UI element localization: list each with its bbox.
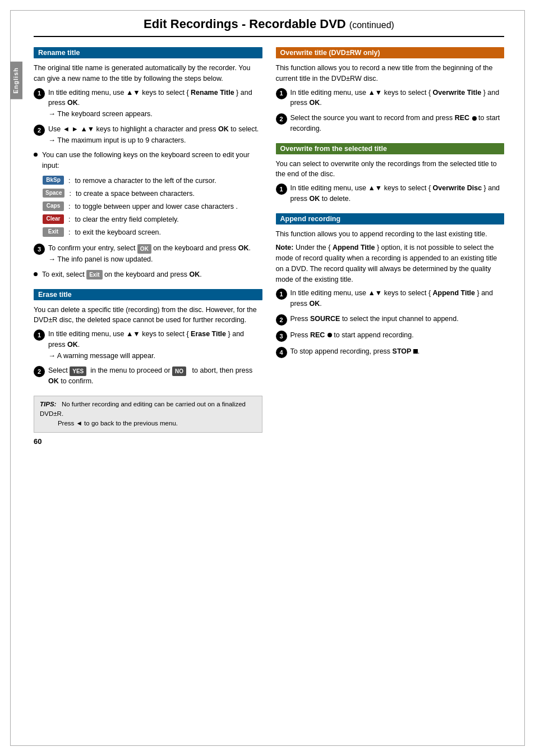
exit-inline-badge: Exit (86, 270, 102, 280)
page-title: Edit Recordings - Recordable DVD (contin… (34, 17, 504, 37)
rename-title-section: Rename title The original title name is … (34, 47, 262, 280)
erase-step-2-content: Select YES in the menu to proceed or NO … (48, 365, 262, 387)
exit-badge: Exit (43, 227, 64, 237)
step-num-1: 1 (34, 88, 45, 99)
overwrite-step-2-content: Select the source you want to record fro… (290, 113, 505, 134)
tips-label: TIPS: (40, 401, 56, 407)
overwrite-step-num-1: 1 (276, 88, 287, 99)
rename-title-header: Rename title (34, 47, 262, 58)
append-step-1-content: In title editing menu, use ▲▼ keys to se… (290, 288, 505, 309)
append-step-num-2: 2 (276, 314, 287, 326)
overwrite-sel-step-1: 1 In title editing menu, use ▲▼ keys to … (276, 183, 505, 204)
overwrite-step-1-content: In title editing menu, use ▲▼ keys to se… (290, 88, 505, 109)
title-suffix: (continued) (349, 20, 394, 30)
space-badge: Space (43, 189, 64, 198)
append-step-4: 4 To stop append recording, press STOP . (276, 346, 505, 358)
append-step-2-content: Press SOURCE to select the input channel… (290, 314, 505, 324)
erase-step-num-1: 1 (34, 329, 45, 341)
page-number: 60 (34, 437, 262, 446)
title-text: Edit Recordings - Recordable DVD (144, 17, 346, 31)
caps-badge: Caps (43, 201, 64, 211)
erase-title-header: Erase title (34, 289, 262, 300)
erase-step-1: 1 In title editing menu, use ▲▼ keys to … (34, 329, 262, 361)
clear-badge: Clear (43, 214, 64, 224)
bksp-desc: to remove a character to the left of the… (75, 176, 216, 186)
caps-desc: to toggle between upper and lower case c… (75, 201, 237, 212)
overwrite-step-num-2: 2 (276, 113, 287, 125)
key-table: BkSp : to remove a character to the left… (43, 176, 262, 238)
yes-badge: YES (70, 366, 86, 376)
english-tab: English (10, 62, 22, 99)
key-bksp: BkSp : to remove a character to the left… (43, 176, 262, 186)
overwrite-selected-header: Overwrite from the selected title (276, 143, 505, 154)
keys-bullet: You can use the following keys on the ke… (34, 150, 262, 171)
append-note: Note: Under the { Append Title } option,… (276, 242, 505, 285)
no-badge: NO (172, 366, 186, 376)
overwrite-selected-intro: You can select to overwrite only the rec… (276, 159, 505, 180)
append-recording-header: Append recording (276, 213, 505, 224)
erase-step-1-content: In title editing menu, use ▲▼ keys to se… (48, 329, 262, 361)
tips-box: TIPS: No further recording and editing c… (34, 396, 262, 433)
rec-bullet-1 (472, 116, 477, 121)
rename-step-1: 1 In title editing menu, use ▲▼ keys to … (34, 88, 262, 120)
keys-bullet-text: You can use the following keys on the ke… (42, 150, 262, 171)
rename-title-intro: The original title name is generated aut… (34, 63, 262, 84)
overwrite-selected-section: Overwrite from the selected title You ca… (276, 143, 505, 204)
space-desc: to create a space between characters. (76, 189, 195, 199)
key-caps: Caps : to toggle between upper and lower… (43, 201, 262, 212)
append-step-num-4: 4 (276, 347, 287, 358)
overwrite-title-intro: This function allows you to record a new… (276, 63, 505, 84)
right-column: Overwrite title (DVD±RW only) This funct… (276, 47, 505, 446)
rec-bullet-2 (328, 333, 332, 337)
append-recording-intro: This function allows you to append recor… (276, 229, 505, 240)
append-step-2: 2 Press SOURCE to select the input chann… (276, 314, 505, 326)
key-clear: Clear : to clear the entry field complet… (43, 214, 262, 224)
stop-square (413, 349, 418, 354)
erase-title-section: Erase title You can delete a specific ti… (34, 289, 262, 387)
step-1-content: In title editing menu, use ▲▼ keys to se… (48, 88, 262, 120)
append-step-num-1: 1 (276, 288, 287, 300)
overwrite-step-2: 2 Select the source you want to record f… (276, 113, 505, 134)
overwrite-sel-step-num-1: 1 (276, 184, 287, 195)
bksp-badge: BkSp (43, 176, 64, 185)
rename-step-3: 3 To confirm your entry, select OK on th… (34, 243, 262, 265)
overwrite-title-header: Overwrite title (DVD±RW only) (276, 47, 505, 58)
erase-title-intro: You can delete a specific title (recordi… (34, 305, 262, 326)
step-2-content: Use ◄ ► ▲▼ keys to highlight a character… (48, 124, 262, 146)
step-num-3: 3 (34, 244, 45, 255)
overwrite-step-1: 1 In title editing menu, use ▲▼ keys to … (276, 88, 505, 109)
rename-step-2: 2 Use ◄ ► ▲▼ keys to highlight a charact… (34, 124, 262, 146)
step-3-content: To confirm your entry, select OK on the … (48, 243, 262, 265)
bullet-dot (34, 153, 38, 157)
overwrite-sel-step-1-content: In title editing menu, use ▲▼ keys to se… (290, 183, 505, 204)
exit-bullet-text: To exit, select Exit on the keyboard and… (42, 269, 202, 280)
ok-badge: OK (137, 244, 151, 254)
append-step-num-3: 3 (276, 331, 287, 342)
append-step-3-content: Press REC to start append recording. (290, 330, 505, 341)
append-step-1: 1 In title editing menu, use ▲▼ keys to … (276, 288, 505, 309)
overwrite-title-section: Overwrite title (DVD±RW only) This funct… (276, 47, 505, 134)
left-column: Rename title The original title name is … (34, 47, 262, 446)
bullet-dot-2 (34, 272, 38, 276)
erase-step-num-2: 2 (34, 366, 45, 377)
append-step-3: 3 Press REC to start append recording. (276, 330, 505, 342)
exit-desc: to exit the keyboard screen. (75, 227, 161, 237)
key-exit: Exit : to exit the keyboard screen. (43, 227, 262, 237)
erase-step-2: 2 Select YES in the menu to proceed or N… (34, 365, 262, 387)
append-step-4-content: To stop append recording, press STOP . (290, 346, 505, 357)
step-num-2: 2 (34, 125, 45, 136)
clear-desc: to clear the entry field completely. (75, 214, 178, 224)
append-recording-section: Append recording This function allows yo… (276, 213, 505, 358)
exit-bullet: To exit, select Exit on the keyboard and… (34, 269, 262, 280)
key-space: Space : to create a space between charac… (43, 189, 262, 199)
